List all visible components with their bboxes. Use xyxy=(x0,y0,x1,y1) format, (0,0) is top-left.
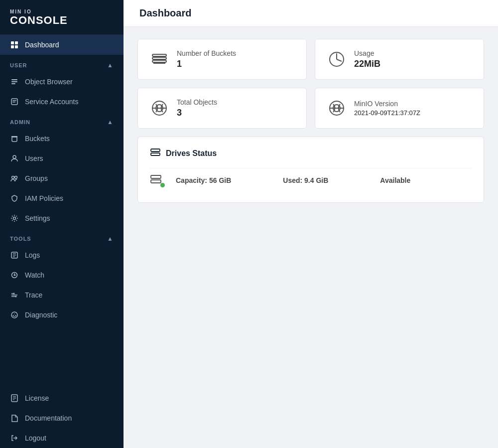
watch-icon xyxy=(10,271,19,280)
sidebar-item-watch-label: Watch xyxy=(25,271,44,279)
trace-icon xyxy=(10,291,19,299)
sidebar-item-logout-label: Logout xyxy=(25,434,46,442)
sidebar-item-documentation[interactable]: Documentation xyxy=(0,408,124,428)
users-icon xyxy=(10,154,19,163)
used-label: Used: xyxy=(283,176,302,184)
usage-stat-icon xyxy=(327,50,346,69)
logout-icon xyxy=(10,434,19,443)
chevron-up-icon-tools: ▲ xyxy=(107,235,114,242)
sidebar-item-groups[interactable]: Groups xyxy=(0,168,124,188)
svg-rect-47 xyxy=(151,180,161,183)
sidebar-item-trace-label: Trace xyxy=(25,291,42,299)
drive-row: Capacity: 56 GiB Used: 9.4 GiB Available xyxy=(150,168,472,192)
nav-section-admin-label: ADMIN xyxy=(10,119,30,125)
svg-rect-46 xyxy=(151,175,161,178)
sidebar-item-logs[interactable]: Logs xyxy=(0,245,124,265)
stat-card-buckets: Number of Buckets 1 xyxy=(137,39,307,80)
stat-info-version: MinIO Version 2021-09-09T21:37:07Z xyxy=(354,100,420,117)
svg-point-12 xyxy=(15,176,17,179)
sidebar-item-object-browser[interactable]: Object Browser xyxy=(0,72,124,92)
svg-rect-36 xyxy=(152,60,166,62)
capacity-value: 56 GiB xyxy=(209,176,231,184)
svg-rect-9 xyxy=(12,102,15,103)
stat-card-usage: Usage 22MiB xyxy=(315,39,484,80)
sidebar-item-groups-label: Groups xyxy=(25,174,48,182)
sidebar-item-trace[interactable]: Trace xyxy=(0,285,124,305)
svg-point-27 xyxy=(11,312,17,318)
stats-row-1: Number of Buckets 1 Usage 22MiB xyxy=(137,39,484,80)
sidebar-item-buckets[interactable]: Buckets xyxy=(0,129,124,149)
sidebar-item-license[interactable]: License xyxy=(0,388,124,408)
stat-label-usage: Usage xyxy=(354,49,380,57)
svg-rect-5 xyxy=(11,81,17,82)
sidebar-item-buckets-label: Buckets xyxy=(25,135,50,143)
svg-point-11 xyxy=(12,176,14,179)
sidebar-item-settings-label: Settings xyxy=(25,214,50,222)
stat-info-usage: Usage 22MiB xyxy=(354,49,380,69)
stat-value-usage: 22MiB xyxy=(354,59,380,69)
sidebar-item-logout[interactable]: Logout xyxy=(0,428,124,448)
main-content: Dashboard Number of Buckets 1 xyxy=(124,0,498,448)
object-browser-icon xyxy=(10,77,19,86)
nav-section-tools-label: TOOLS xyxy=(10,236,31,242)
svg-point-10 xyxy=(13,155,16,158)
sidebar-item-license-label: License xyxy=(25,394,49,402)
stat-label-objects: Total Objects xyxy=(177,98,217,106)
svg-point-26 xyxy=(15,296,17,298)
logs-icon xyxy=(10,251,19,260)
stats-row-2: Total Objects 3 MinIO Version 20 xyxy=(137,88,484,129)
stat-label-version: MinIO Version xyxy=(354,100,420,108)
drives-section: Drives Status Capacity: 56 GiB Used: 9. xyxy=(137,137,484,203)
svg-rect-45 xyxy=(151,153,160,155)
nav-section-admin: ADMIN ▲ xyxy=(0,112,124,129)
content-area: Number of Buckets 1 Usage 22MiB xyxy=(124,27,498,448)
sidebar-item-users[interactable]: Users xyxy=(0,149,124,168)
dashboard-icon xyxy=(10,40,19,49)
sidebar-item-watch[interactable]: Watch xyxy=(0,265,124,285)
svg-point-13 xyxy=(13,217,16,220)
buckets-stat-icon xyxy=(150,50,169,69)
nav-section-tools: TOOLS ▲ xyxy=(0,228,124,245)
drive-icon-wrap xyxy=(150,173,164,187)
available-label: Available xyxy=(380,176,410,184)
sidebar-item-diagnostic[interactable]: Diagnostic xyxy=(0,305,124,325)
nav-section-user: USER ▲ xyxy=(0,55,124,72)
sidebar-item-logs-label: Logs xyxy=(25,251,40,259)
stat-card-objects: Total Objects 3 xyxy=(137,88,307,129)
version-stat-icon xyxy=(327,99,346,118)
sidebar-item-iam-policies-label: IAM Policies xyxy=(25,194,63,202)
sidebar-item-settings[interactable]: Settings xyxy=(0,208,124,228)
drive-available: Available xyxy=(380,176,410,184)
svg-point-25 xyxy=(13,293,15,295)
drive-used: Used: 9.4 GiB xyxy=(283,176,328,184)
stat-label-buckets: Number of Buckets xyxy=(177,49,236,57)
svg-rect-44 xyxy=(151,149,160,151)
stat-info-buckets: Number of Buckets 1 xyxy=(177,49,236,69)
logo-product: CONSOLE xyxy=(10,14,114,26)
drives-header: Drives Status xyxy=(150,147,472,160)
objects-stat-icon xyxy=(150,99,169,118)
license-icon xyxy=(10,394,19,403)
svg-rect-6 xyxy=(11,83,15,84)
logo-area: MIN IO CONSOLE xyxy=(0,0,124,35)
svg-point-28 xyxy=(14,313,15,314)
svg-rect-0 xyxy=(11,41,14,44)
sidebar-item-users-label: Users xyxy=(25,154,43,162)
svg-rect-35 xyxy=(152,57,166,59)
diagnostic-icon xyxy=(10,310,19,319)
sidebar-item-dashboard[interactable]: Dashboard xyxy=(0,35,124,55)
documentation-icon xyxy=(10,414,19,423)
drive-capacity: Capacity: 56 GiB xyxy=(176,176,231,184)
svg-rect-1 xyxy=(15,41,18,44)
stat-info-objects: Total Objects 3 xyxy=(177,98,217,118)
svg-rect-4 xyxy=(11,79,17,80)
top-bar: Dashboard xyxy=(124,0,498,27)
stat-value-buckets: 1 xyxy=(177,59,236,69)
sidebar-item-diagnostic-label: Diagnostic xyxy=(25,311,57,319)
buckets-icon xyxy=(10,134,19,143)
sidebar-item-iam-policies[interactable]: IAM Policies xyxy=(0,188,124,208)
sidebar-item-service-accounts[interactable]: Service Accounts xyxy=(0,92,124,112)
drives-title: Drives Status xyxy=(166,149,217,158)
svg-rect-3 xyxy=(15,45,18,48)
sidebar-item-service-accounts-label: Service Accounts xyxy=(25,98,78,106)
